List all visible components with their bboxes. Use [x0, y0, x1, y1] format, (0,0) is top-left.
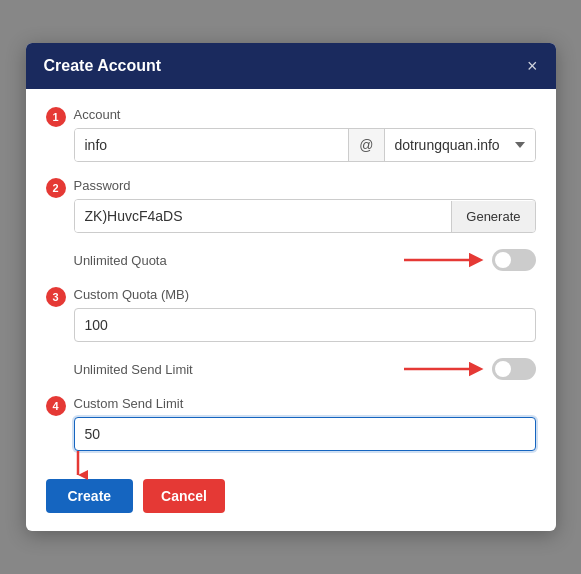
step-2-badge: 2	[46, 178, 66, 198]
unlimited-quota-row: Unlimited Quota	[74, 249, 536, 271]
unlimited-quota-slider	[492, 249, 536, 271]
password-label: Password	[74, 178, 536, 193]
step-4-badge: 4	[46, 396, 66, 416]
unlimited-send-slider	[492, 358, 536, 380]
custom-quota-input[interactable]	[74, 308, 536, 342]
create-account-modal: Create Account × 1 Account @ dotrungquan…	[26, 43, 556, 531]
account-label: Account	[74, 107, 536, 122]
modal-header: Create Account ×	[26, 43, 556, 89]
step-3-badge: 3	[46, 287, 66, 307]
step-1-badge: 1	[46, 107, 66, 127]
cancel-button[interactable]: Cancel	[143, 479, 225, 513]
unlimited-quota-toggle[interactable]	[492, 249, 536, 271]
close-button[interactable]: ×	[527, 57, 538, 75]
at-sign: @	[348, 129, 384, 161]
modal-footer: Create Cancel	[26, 469, 556, 531]
password-row: Generate	[74, 199, 536, 233]
unlimited-send-label: Unlimited Send Limit	[74, 362, 193, 377]
unlimited-quota-label: Unlimited Quota	[74, 253, 167, 268]
create-button[interactable]: Create	[46, 479, 134, 513]
modal-title: Create Account	[44, 57, 162, 75]
username-input[interactable]	[75, 129, 349, 161]
account-row: @ dotrungquan.info	[74, 128, 536, 162]
custom-send-input[interactable]	[74, 417, 536, 451]
modal-overlay: Create Account × 1 Account @ dotrungquan…	[0, 0, 581, 574]
unlimited-send-row: Unlimited Send Limit	[74, 358, 536, 380]
password-input[interactable]	[75, 200, 452, 232]
send-arrow-icon	[404, 359, 484, 379]
domain-select[interactable]: dotrungquan.info	[385, 129, 535, 161]
quota-arrow-icon	[404, 250, 484, 270]
custom-send-label: Custom Send Limit	[74, 396, 536, 411]
create-arrow-icon	[68, 451, 88, 481]
custom-quota-label: Custom Quota (MB)	[74, 287, 536, 302]
modal-body: 1 Account @ dotrungquan.info 2 Password …	[26, 89, 556, 469]
unlimited-send-toggle[interactable]	[492, 358, 536, 380]
generate-button[interactable]: Generate	[451, 201, 534, 232]
